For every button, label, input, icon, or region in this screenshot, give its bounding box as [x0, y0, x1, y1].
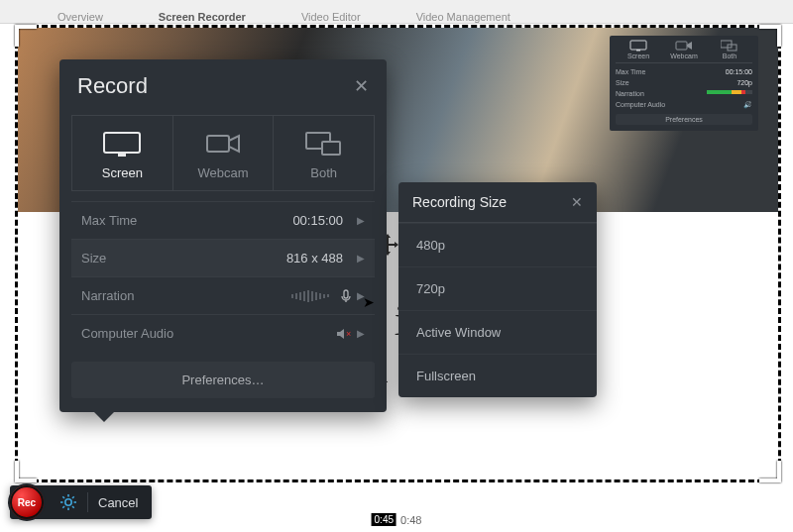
narration-label: Narration — [81, 288, 291, 303]
divider — [87, 492, 88, 512]
tab-overview[interactable]: Overview — [57, 11, 103, 23]
svg-rect-0 — [630, 41, 646, 50]
computer-audio-label: Computer Audio — [81, 326, 335, 341]
mode-webcam[interactable]: Webcam — [173, 115, 275, 191]
resize-handle-bl[interactable] — [15, 461, 37, 482]
time-current: 0:45 — [372, 513, 396, 526]
both-icon — [721, 40, 738, 52]
svg-text:×: × — [346, 329, 351, 339]
mode-both[interactable]: Both — [274, 115, 375, 191]
tab-screen-recorder[interactable]: Screen Recorder — [159, 11, 246, 23]
mode-selector: Screen Webcam Both — [71, 115, 375, 191]
mini-mode-screen: Screen — [616, 40, 661, 59]
monitor-icon — [629, 40, 647, 52]
preferences-button[interactable]: Preferences… — [71, 362, 375, 398]
gear-icon — [59, 493, 77, 511]
svg-point-11 — [65, 499, 71, 505]
record-button[interactable]: Rec — [10, 485, 44, 519]
record-title: Record — [77, 73, 148, 99]
recording-size-popup: Recording Size ✕ 480p 720p Active Window… — [398, 182, 597, 397]
speaker-icon: 🔊 — [743, 101, 752, 109]
chevron-right-icon: ▶ — [357, 328, 365, 339]
svg-line-16 — [62, 496, 64, 498]
chevron-right-icon: ▶ — [357, 215, 365, 226]
resize-handle-br[interactable] — [759, 461, 781, 482]
size-option-480p[interactable]: 480p — [398, 223, 597, 266]
svg-line-18 — [62, 506, 64, 508]
size-label: Size — [81, 251, 286, 266]
max-time-label: Max Time — [81, 213, 292, 228]
panel-arrow — [94, 412, 114, 422]
video-timestamp: 0:45 0:48 — [372, 513, 422, 526]
record-panel: Record ✕ Screen Webcam Both Max Time 00:… — [59, 59, 387, 412]
svg-rect-2 — [676, 42, 687, 50]
row-computer-audio[interactable]: Computer Audio × ▶ — [71, 314, 375, 352]
svg-rect-7 — [207, 136, 229, 152]
size-option-720p[interactable]: 720p — [398, 266, 597, 310]
mode-screen-label: Screen — [72, 165, 172, 180]
svg-rect-6 — [118, 154, 126, 157]
size-option-fullscreen[interactable]: Fullscreen — [398, 354, 597, 397]
microphone-icon — [339, 289, 353, 303]
svg-line-19 — [72, 496, 74, 498]
svg-rect-5 — [104, 133, 140, 153]
settings-button[interactable] — [59, 493, 77, 511]
mini-mode-webcam: Webcam — [661, 40, 707, 59]
record-toolbar: Rec Cancel — [10, 485, 152, 519]
preview-record-panel: Screen Webcam Both Max Time00:15:00 Size… — [610, 36, 758, 131]
row-max-time[interactable]: Max Time 00:15:00 ▶ — [71, 201, 375, 239]
mini-preferences: Preferences — [616, 114, 752, 125]
close-icon[interactable]: ✕ — [571, 194, 583, 210]
webcam-icon — [201, 130, 245, 158]
audio-meter-icon — [707, 90, 752, 94]
mini-mode-both: Both — [707, 40, 752, 59]
webcam-icon — [675, 40, 693, 52]
row-narration[interactable]: Narration ▶ — [71, 276, 375, 314]
tab-video-editor[interactable]: Video Editor — [301, 11, 361, 23]
svg-rect-1 — [636, 50, 640, 52]
row-size[interactable]: Size 816 x 488 ▶ — [71, 239, 375, 276]
close-icon[interactable]: ✕ — [354, 75, 369, 97]
mode-both-label: Both — [274, 165, 374, 180]
max-time-value: 00:15:00 — [292, 213, 343, 228]
size-option-active-window[interactable]: Active Window — [398, 310, 597, 354]
both-icon — [302, 130, 346, 158]
level-meter-icon — [291, 290, 329, 302]
size-value: 816 x 488 — [286, 251, 343, 266]
time-total: 0:48 — [400, 514, 421, 526]
mode-screen[interactable]: Screen — [71, 115, 173, 191]
speaker-muted-icon: × — [335, 327, 353, 341]
svg-line-17 — [72, 506, 74, 508]
svg-rect-9 — [322, 142, 340, 155]
page-tabs: Overview Screen Recorder Video Editor Vi… — [0, 0, 793, 24]
monitor-icon — [100, 130, 144, 158]
mode-webcam-label: Webcam — [173, 165, 274, 180]
cancel-button[interactable]: Cancel — [98, 495, 138, 510]
cursor-icon: ➤ — [363, 294, 375, 310]
tab-video-management[interactable]: Video Management — [416, 11, 510, 23]
chevron-right-icon: ▶ — [357, 253, 365, 264]
recording-size-title: Recording Size — [412, 194, 507, 210]
